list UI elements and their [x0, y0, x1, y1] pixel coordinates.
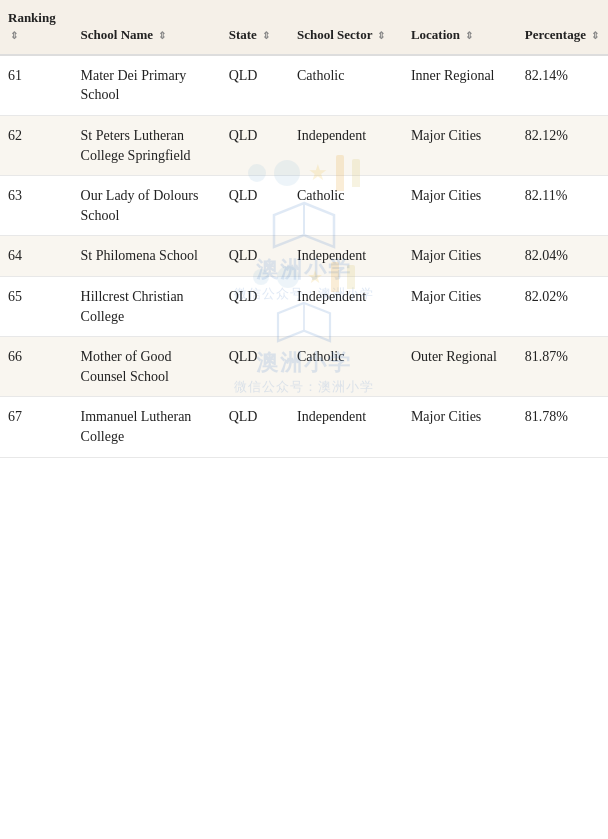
cell-state: QLD: [221, 397, 289, 457]
cell-school-sector: Independent: [289, 115, 403, 175]
sort-arrows-school-sector[interactable]: ⇕: [377, 29, 385, 42]
cell-school-name: Immanuel Lutheran College: [73, 397, 221, 457]
cell-ranking: 67: [0, 397, 73, 457]
col-header-school-name[interactable]: School Name ⇕: [73, 0, 221, 55]
cell-percentage: 82.02%: [517, 276, 608, 336]
col-header-state[interactable]: State ⇕: [221, 0, 289, 55]
col-header-school-sector[interactable]: School Sector ⇕: [289, 0, 403, 55]
cell-ranking: 63: [0, 176, 73, 236]
rankings-table-wrapper: Ranking ⇕ School Name ⇕ State ⇕ School S…: [0, 0, 608, 458]
col-label-location: Location: [411, 27, 460, 42]
cell-state: QLD: [221, 115, 289, 175]
col-header-ranking[interactable]: Ranking ⇕: [0, 0, 73, 55]
col-label-percentage: Percentage: [525, 27, 586, 42]
col-label-school-sector: School Sector: [297, 27, 372, 42]
cell-school-sector: Independent: [289, 276, 403, 336]
table-row: 65Hillcrest Christian CollegeQLDIndepend…: [0, 276, 608, 336]
cell-school-sector: Catholic: [289, 337, 403, 397]
cell-ranking: 64: [0, 236, 73, 277]
cell-school-name: St Peters Lutheran College Springfield: [73, 115, 221, 175]
cell-location: Major Cities: [403, 176, 517, 236]
cell-school-sector: Independent: [289, 397, 403, 457]
table-row: 61Mater Dei Primary SchoolQLDCatholicInn…: [0, 55, 608, 116]
cell-ranking: 61: [0, 55, 73, 116]
cell-ranking: 65: [0, 276, 73, 336]
cell-school-name: Our Lady of Dolours School: [73, 176, 221, 236]
cell-school-name: Mother of Good Counsel School: [73, 337, 221, 397]
cell-location: Outer Regional: [403, 337, 517, 397]
cell-location: Major Cities: [403, 397, 517, 457]
cell-school-name: Mater Dei Primary School: [73, 55, 221, 116]
table-header-row: Ranking ⇕ School Name ⇕ State ⇕ School S…: [0, 0, 608, 55]
sort-arrows-school-name[interactable]: ⇕: [158, 29, 166, 42]
col-label-ranking: Ranking: [8, 10, 56, 25]
cell-percentage: 81.78%: [517, 397, 608, 457]
table-row: 66Mother of Good Counsel SchoolQLDCathol…: [0, 337, 608, 397]
cell-state: QLD: [221, 337, 289, 397]
cell-ranking: 62: [0, 115, 73, 175]
cell-state: QLD: [221, 236, 289, 277]
col-header-percentage[interactable]: Percentage ⇕: [517, 0, 608, 55]
cell-state: QLD: [221, 176, 289, 236]
table-row: 62St Peters Lutheran College Springfield…: [0, 115, 608, 175]
cell-location: Inner Regional: [403, 55, 517, 116]
cell-state: QLD: [221, 276, 289, 336]
table-row: 64St Philomena SchoolQLDIndependentMajor…: [0, 236, 608, 277]
cell-percentage: 82.14%: [517, 55, 608, 116]
cell-school-sector: Catholic: [289, 55, 403, 116]
cell-location: Major Cities: [403, 276, 517, 336]
cell-percentage: 82.12%: [517, 115, 608, 175]
cell-school-name: St Philomena School: [73, 236, 221, 277]
sort-arrows-state[interactable]: ⇕: [262, 29, 270, 42]
col-label-state: State: [229, 27, 257, 42]
col-header-location[interactable]: Location ⇕: [403, 0, 517, 55]
cell-state: QLD: [221, 55, 289, 116]
col-label-school-name: School Name: [81, 27, 154, 42]
cell-percentage: 82.11%: [517, 176, 608, 236]
sort-arrows-percentage[interactable]: ⇕: [591, 29, 599, 42]
cell-ranking: 66: [0, 337, 73, 397]
sort-arrows-location[interactable]: ⇕: [465, 29, 473, 42]
sort-arrows-ranking[interactable]: ⇕: [10, 29, 18, 42]
cell-location: Major Cities: [403, 115, 517, 175]
cell-school-sector: Catholic: [289, 176, 403, 236]
table-row: 67Immanuel Lutheran CollegeQLDIndependen…: [0, 397, 608, 457]
cell-school-sector: Independent: [289, 236, 403, 277]
table-row: 63Our Lady of Dolours SchoolQLDCatholicM…: [0, 176, 608, 236]
cell-location: Major Cities: [403, 236, 517, 277]
cell-percentage: 82.04%: [517, 236, 608, 277]
cell-percentage: 81.87%: [517, 337, 608, 397]
rankings-table: Ranking ⇕ School Name ⇕ State ⇕ School S…: [0, 0, 608, 458]
cell-school-name: Hillcrest Christian College: [73, 276, 221, 336]
